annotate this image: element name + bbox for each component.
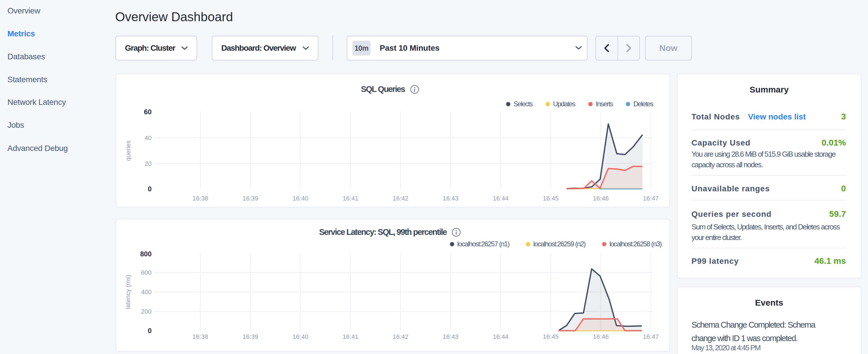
- svg-text:16:44: 16:44: [493, 195, 509, 202]
- svg-text:800: 800: [140, 250, 152, 258]
- svg-text:16:42: 16:42: [393, 333, 408, 340]
- svg-text:16:38: 16:38: [192, 333, 208, 340]
- svg-text:16:46: 16:46: [593, 195, 609, 202]
- svg-text:400: 400: [141, 288, 152, 296]
- svg-text:16:43: 16:43: [443, 333, 459, 340]
- svg-text:queries: queries: [125, 140, 132, 161]
- svg-text:16:45: 16:45: [543, 333, 559, 340]
- svg-text:16:46: 16:46: [593, 333, 609, 340]
- svg-text:16:39: 16:39: [242, 195, 258, 202]
- svg-text:0: 0: [148, 185, 152, 193]
- svg-text:60: 60: [144, 108, 152, 116]
- svg-text:16:41: 16:41: [343, 333, 359, 340]
- svg-text:16:43: 16:43: [443, 195, 459, 202]
- svg-text:latency (ms): latency (ms): [124, 275, 131, 309]
- svg-text:20: 20: [145, 160, 152, 167]
- svg-text:16:40: 16:40: [292, 195, 308, 202]
- svg-text:16:45: 16:45: [543, 195, 559, 202]
- svg-text:0: 0: [148, 327, 152, 334]
- svg-text:40: 40: [145, 134, 152, 141]
- svg-text:200: 200: [141, 308, 152, 315]
- svg-text:16:39: 16:39: [242, 333, 258, 340]
- svg-text:16:38: 16:38: [192, 195, 208, 202]
- svg-text:16:41: 16:41: [343, 195, 359, 202]
- svg-text:16:42: 16:42: [393, 195, 408, 202]
- svg-text:16:44: 16:44: [493, 333, 509, 340]
- svg-text:16:47: 16:47: [643, 333, 659, 340]
- svg-text:600: 600: [141, 269, 152, 276]
- svg-text:16:47: 16:47: [643, 195, 659, 202]
- svg-text:16:40: 16:40: [292, 333, 308, 340]
